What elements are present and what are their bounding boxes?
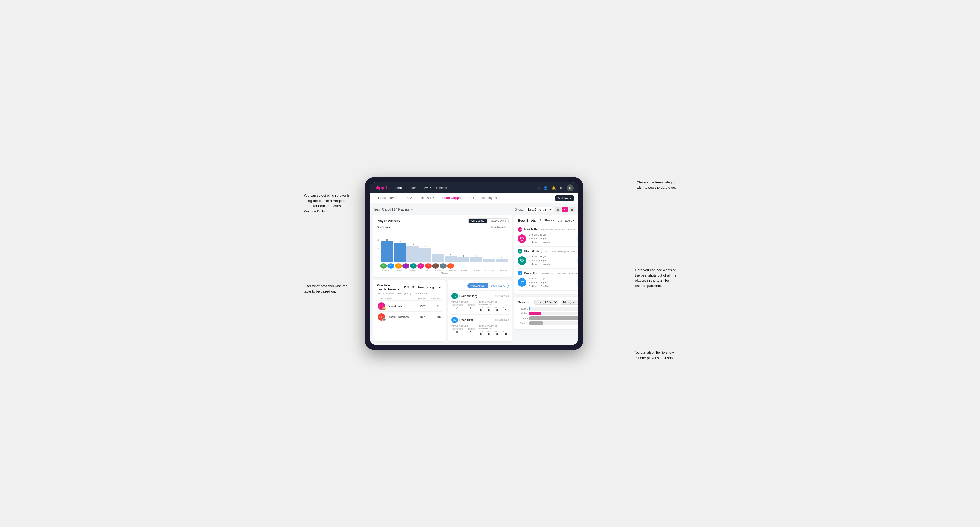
scoring-label-1: Birdies bbox=[518, 312, 528, 315]
shot-metric1-2: 16 yds bbox=[576, 278, 578, 287]
shot-avatar-1: BM bbox=[518, 249, 522, 254]
pai-header-1: RB Rees Britt 02 Sep 2023 bbox=[451, 317, 509, 323]
card-view-icon[interactable]: ♥ bbox=[562, 206, 568, 213]
tab-pga[interactable]: PGA bbox=[402, 194, 416, 203]
content-area: Team Clippd | 14 Players ✏ Show: Last 3 … bbox=[370, 203, 578, 344]
nav-icons: ⌕ 👤 🔔 ⊕ U bbox=[538, 184, 574, 191]
active-toggle: Most Active Least Active bbox=[467, 283, 509, 288]
bar-5[interactable] bbox=[445, 256, 457, 262]
shot-header-2: DF David Ford 24 Aug 2023 · Royal North … bbox=[518, 271, 578, 275]
bottom-row: Practice Leaderboards PUTT Must Make Put… bbox=[373, 280, 512, 341]
annotation-top-left: You can select which player is doing the… bbox=[304, 193, 350, 214]
shot-info-0: Shot Dist: 67 yds Start Lie: Rough End L… bbox=[528, 233, 574, 244]
all-players-chevron: ▾ bbox=[573, 219, 574, 222]
bar-name-3: J. Coles bbox=[419, 270, 431, 271]
user-avatar[interactable]: U bbox=[567, 184, 574, 191]
all-players-filter[interactable]: All Players ▾ bbox=[558, 219, 574, 222]
shot-card-2[interactable]: DF David Ford 24 Aug 2023 · Royal North … bbox=[518, 268, 578, 290]
most-active-btn[interactable]: Most Active bbox=[468, 284, 488, 288]
bar-group-3: 9 bbox=[419, 245, 431, 262]
bar-val-6: 3 bbox=[463, 255, 464, 257]
add-circle-icon[interactable]: ⊕ bbox=[560, 186, 563, 190]
on-course-btn[interactable]: On Course bbox=[469, 219, 487, 223]
chart-filter-label: Total Rounds bbox=[491, 226, 506, 229]
main-cols: Player Activity On Course Practice Drill… bbox=[373, 215, 575, 341]
most-active-player-0: BM Blair McHarg 26 Aug 2023 Total Rounds… bbox=[451, 290, 509, 314]
bar-1[interactable] bbox=[394, 243, 406, 262]
grid-view-icon[interactable]: ▦ bbox=[555, 206, 561, 213]
avatar-4: E bbox=[410, 263, 417, 268]
avatar-3: J bbox=[402, 263, 409, 268]
shot-avatar-2: DF bbox=[518, 271, 522, 275]
shot-card-0[interactable]: MM Matt Miller 09 Jun 2023 · Royal North… bbox=[518, 225, 578, 247]
tab-pgat[interactable]: PGAT Players bbox=[374, 194, 402, 203]
chart-filter[interactable]: Total Rounds ▾ bbox=[491, 226, 509, 229]
scoring-player-filter[interactable]: All Players bbox=[561, 300, 578, 305]
bell-icon[interactable]: 🔔 bbox=[552, 186, 556, 190]
pai-rounds-block-0: Total Rounds Tournament 7 Practice 6 bbox=[451, 301, 474, 312]
col-pb-score: PB SCORE bbox=[415, 297, 428, 300]
shot-badge-2: 198 SG bbox=[518, 278, 526, 287]
tab-hcaps[interactable]: Hcaps 1-5 bbox=[416, 194, 438, 203]
y-axis: 15 10 5 0 bbox=[377, 230, 379, 259]
best-shots-card: Best Shots All Shots ▾ All Players ▾ bbox=[514, 215, 578, 294]
nav-home[interactable]: Home bbox=[395, 186, 403, 190]
tab-team-clippd[interactable]: Team Clippd bbox=[438, 194, 465, 203]
bar-2[interactable] bbox=[406, 246, 418, 262]
add-team-button[interactable]: Add Team bbox=[555, 195, 574, 201]
nav-my-performance[interactable]: My Performance bbox=[423, 186, 447, 190]
lb-subtitle: PUTT Must Make Putting (3-6 ft), Last 3 … bbox=[377, 292, 442, 295]
scoring-bar-1 bbox=[530, 312, 540, 316]
lb-avg-0: 110 bbox=[428, 305, 441, 308]
scoring-bar-3 bbox=[530, 321, 543, 325]
lb-row[interactable]: EC 2 Edward Crossman 18/20 107 bbox=[377, 311, 442, 322]
shot-card-1[interactable]: BM Blair McHarg 23 Jul 2023 · Ashridge G… bbox=[518, 247, 578, 268]
nav-teams[interactable]: Teams bbox=[409, 186, 418, 190]
all-players-label: All Players bbox=[558, 219, 572, 222]
bar-name-1: R. Britt bbox=[393, 270, 405, 271]
bar-7[interactable] bbox=[470, 257, 482, 262]
scoring-header: Scoring Par 3, 4 & 5s All Players bbox=[518, 300, 578, 305]
bar-val-4: 5 bbox=[438, 252, 439, 254]
practice-drills-btn[interactable]: Practice Drills bbox=[487, 219, 508, 223]
bar-6[interactable] bbox=[457, 257, 469, 262]
least-active-btn[interactable]: Least Active bbox=[488, 284, 508, 288]
lb-avatar-0: RB 1 bbox=[378, 302, 385, 310]
avatar-2: D bbox=[395, 263, 402, 268]
most-active-players: BM Blair McHarg 26 Aug 2023 Total Rounds… bbox=[451, 290, 509, 338]
bar-val-2: 10 bbox=[412, 244, 414, 246]
par-filter[interactable]: Par 3, 4 & 5s bbox=[535, 300, 558, 305]
bar-group-1: 12 bbox=[394, 241, 406, 262]
all-shots-tab[interactable]: All Shots ▾ bbox=[538, 218, 557, 223]
bar-0[interactable] bbox=[381, 241, 393, 262]
shot-player-name-1: Blair McHarg bbox=[524, 250, 542, 253]
lb-row[interactable]: RB 1 Richard Butler 19/20 110 bbox=[377, 300, 442, 311]
people-icon[interactable]: 👤 bbox=[543, 186, 548, 190]
bar-9[interactable] bbox=[496, 259, 508, 262]
annotation-br-top-text: Here you can see who's hit the best shot… bbox=[635, 268, 676, 288]
drill-select[interactable]: PUTT Must Make Putting ... bbox=[402, 285, 442, 290]
bs-tabs: All Shots ▾ bbox=[538, 218, 557, 223]
bar-4[interactable] bbox=[432, 254, 444, 262]
tab-tour[interactable]: Tour bbox=[465, 194, 478, 203]
edit-team-icon[interactable]: ✏ bbox=[411, 208, 413, 211]
bar-group-4: 5 bbox=[432, 252, 444, 262]
shot-metric1-1: 43 yds bbox=[576, 256, 578, 265]
bar-3[interactable] bbox=[419, 248, 431, 262]
chart-section-header: On Course Total Rounds ▾ bbox=[377, 225, 509, 229]
time-filter-select[interactable]: Last 3 months Last month Last 6 months L… bbox=[525, 207, 553, 212]
shot-metric1-0: 67 yds bbox=[576, 234, 578, 243]
annotation-br-top: Here you can see who's hit the best shot… bbox=[635, 268, 676, 288]
left-col: Player Activity On Course Practice Drill… bbox=[373, 215, 512, 341]
search-icon[interactable]: ⌕ bbox=[538, 186, 539, 190]
bar-8[interactable] bbox=[483, 259, 495, 262]
tab-all-players[interactable]: All Players bbox=[478, 194, 501, 203]
list-view-icon[interactable]: ☰ bbox=[569, 206, 575, 213]
show-label: Show: bbox=[515, 208, 523, 211]
bar-group-5: 4 bbox=[445, 253, 457, 262]
shot-course-1: 23 Jul 2023 · Ashridge GC, Hole 15 bbox=[545, 250, 578, 252]
team-header: Team Clippd | 14 Players ✏ Show: Last 3 … bbox=[373, 206, 575, 213]
shot-player-name-0: Matt Miller bbox=[524, 228, 538, 231]
pai-activities-block-0: Total Practice Activities GTT 0 APP 0 AR… bbox=[479, 301, 509, 312]
shot-body-1: 200 SG Shot Dist: 43 yds Start Lie: Roug… bbox=[518, 255, 578, 266]
